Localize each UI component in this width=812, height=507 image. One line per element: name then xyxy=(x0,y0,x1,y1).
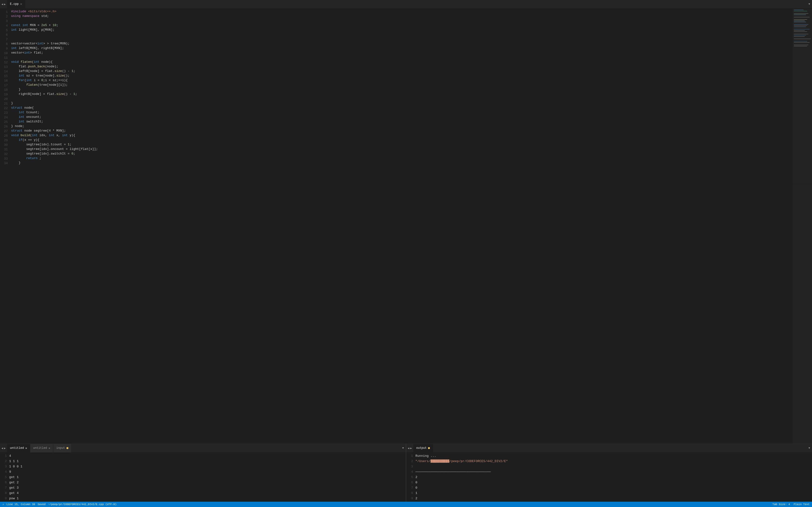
code-content[interactable]: #include <bits/stdc++.h>using namespace … xyxy=(10,9,793,443)
tab-output[interactable]: output xyxy=(413,444,433,452)
left-panel-line: 8get 4 xyxy=(0,491,406,496)
right-line-number: 4 xyxy=(408,469,415,475)
code-editor[interactable]: 1234567891011121314151617181920212223242… xyxy=(0,8,793,444)
code-line: return ; xyxy=(11,156,793,161)
right-panel-line: 81 xyxy=(406,491,812,496)
bl-nav-right[interactable]: ▶ xyxy=(4,447,6,450)
line-number: 27 xyxy=(0,129,8,134)
bottom-left-tab-bar: ◀ ▶ untitled ✕ untitled ✕ input ▼ xyxy=(0,444,406,452)
right-line-text: 0 xyxy=(415,486,417,491)
code-line xyxy=(11,32,793,37)
bottom-right-content[interactable]: 1Running ...2"/Users/██████████/peep/pr/… xyxy=(406,452,812,502)
left-line-text: 1 0 0 1 xyxy=(9,464,22,469)
bottom-left-panel: ◀ ▶ untitled ✕ untitled ✕ input ▼ 14 xyxy=(0,444,406,502)
code-line: segtree[idx].tcount = 1; xyxy=(11,143,793,147)
top-right-dropdown[interactable]: ▼ xyxy=(806,3,812,6)
line-number: 5 xyxy=(0,28,8,33)
left-line-number: 5 xyxy=(2,475,9,480)
right-line-number: 5 xyxy=(408,475,415,480)
right-panel-line: 4───────────────────────────────────────… xyxy=(406,469,812,475)
right-line-text: 1 xyxy=(415,491,417,496)
line-number: 19 xyxy=(0,93,8,97)
input-dot xyxy=(66,447,68,449)
status-position: Line 15, Column 38 xyxy=(6,503,35,506)
code-line: } xyxy=(11,88,793,92)
left-panel-line: 5get 1 xyxy=(0,475,406,480)
left-line-text: 4 xyxy=(9,454,11,459)
code-line: #include <bits/stdc++.h> xyxy=(11,9,793,14)
svg-rect-6 xyxy=(794,19,807,20)
bottom-left-dropdown[interactable]: ▼ xyxy=(400,447,406,450)
code-line: using namespace std; xyxy=(11,14,793,18)
code-line: int switchIt; xyxy=(11,119,793,124)
bottom-left-nav[interactable]: ◀ ▶ xyxy=(0,447,7,450)
status-bar: ⚡ Line 15, Column 38 Saved ~/peep/pr/COD… xyxy=(0,502,812,507)
br-nav-left[interactable]: ◀ xyxy=(408,447,409,450)
line-number: 33 xyxy=(0,157,8,161)
left-line-text: get 2 xyxy=(9,480,18,485)
status-saved: Saved xyxy=(38,503,45,506)
tab-input[interactable]: input xyxy=(53,444,71,452)
code-line: flat.push_back(node); xyxy=(11,64,793,69)
tab-ecpp-close[interactable]: ✕ xyxy=(20,2,22,6)
top-tab-bar: ◀ ▶ E.cpp ✕ ▼ xyxy=(0,0,812,8)
line-number: 3 xyxy=(0,19,8,24)
tab-untitled-1-close[interactable]: ✕ xyxy=(26,446,27,450)
nav-left-arrow[interactable]: ◀ xyxy=(1,3,3,6)
tab-ecpp[interactable]: E.cpp ✕ xyxy=(7,0,25,8)
svg-rect-15 xyxy=(794,34,808,34)
nav-right-arrow[interactable]: ▶ xyxy=(4,3,6,6)
right-line-number: 1 xyxy=(408,454,415,459)
status-position-icon: ⚡ xyxy=(2,503,4,506)
svg-rect-14 xyxy=(794,32,807,32)
line-number: 20 xyxy=(0,97,8,102)
line-number: 1 xyxy=(0,10,8,14)
bottom-right-panel: ◀ ▶ output ▼ 1Running ...2"/Users/██████… xyxy=(406,444,812,502)
line-number: 21 xyxy=(0,102,8,106)
status-tab-size: Tab Size: 4 xyxy=(772,503,790,506)
code-line: for(int i = 0;i < sz;++i){ xyxy=(11,78,793,83)
code-line: rightB[node] = flat.size() - 1; xyxy=(11,92,793,97)
tab-untitled-2-close[interactable]: ✕ xyxy=(49,446,50,450)
left-line-text: get 3 xyxy=(9,486,18,491)
svg-rect-8 xyxy=(794,22,806,22)
left-line-number: 9 xyxy=(2,496,9,501)
bottom-right-tab-bar: ◀ ▶ output ▼ xyxy=(406,444,812,452)
line-number: 34 xyxy=(0,161,8,166)
code-line: int light[MXN], p[MXN]; xyxy=(11,28,793,32)
svg-rect-17 xyxy=(794,36,805,37)
svg-rect-11 xyxy=(794,26,806,27)
right-line-number: 2 xyxy=(408,459,415,464)
line-number: 30 xyxy=(0,143,8,148)
top-nav-arrows[interactable]: ◀ ▶ xyxy=(0,3,7,6)
left-panel-line: 7get 3 xyxy=(0,485,406,491)
svg-rect-7 xyxy=(794,20,805,21)
left-panel-line: 31 0 0 1 xyxy=(0,464,406,469)
br-nav-right[interactable]: ▶ xyxy=(410,447,412,450)
output-dot xyxy=(428,447,430,449)
tab-untitled-2[interactable]: untitled ✕ xyxy=(30,444,53,452)
bl-nav-left[interactable]: ◀ xyxy=(1,447,3,450)
right-panel-line: 52 xyxy=(406,475,812,480)
svg-rect-9 xyxy=(794,24,808,24)
svg-rect-5 xyxy=(794,17,810,17)
svg-rect-18 xyxy=(794,39,811,39)
code-line: } xyxy=(11,101,793,106)
bottom-right-dropdown[interactable]: ▼ xyxy=(806,447,812,450)
tab-untitled-1[interactable]: untitled ✕ xyxy=(7,444,30,452)
bottom-right-nav[interactable]: ◀ ▶ xyxy=(406,447,413,450)
tab-ecpp-label: E.cpp xyxy=(10,2,18,6)
left-panel-line: 14 xyxy=(0,453,406,459)
code-line xyxy=(11,37,793,42)
line-number: 25 xyxy=(0,120,8,125)
right-panel-line: 60 xyxy=(406,480,812,485)
right-line-number: 9 xyxy=(408,496,415,501)
svg-rect-22 xyxy=(794,46,807,46)
right-line-text: "/Users/██████████/peep/pr/CODEFORCES/44… xyxy=(415,459,508,464)
status-right: Tab Size: 4 Plain Text xyxy=(772,503,810,506)
bottom-left-content[interactable]: 1421 1 131 0 0 1495get 16get 27get 38get… xyxy=(0,452,406,502)
line-number: 2 xyxy=(0,14,8,19)
tab-untitled-1-label: untitled xyxy=(10,446,24,450)
line-number: 23 xyxy=(0,111,8,115)
right-line-number: 8 xyxy=(408,491,415,496)
